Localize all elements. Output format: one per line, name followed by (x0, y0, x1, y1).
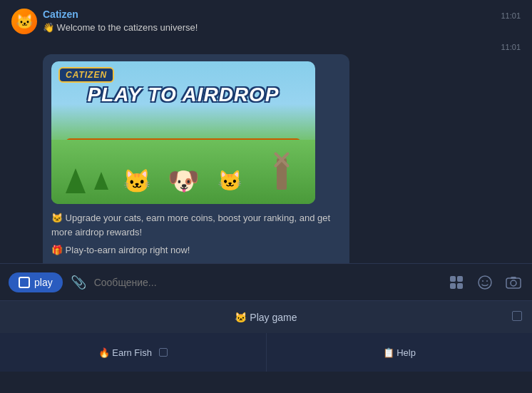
input-area: play 📎 (0, 263, 532, 300)
welcome-message: 👋 Welcome to the catizens universe! (43, 21, 495, 34)
timestamp-1: 11:01 (501, 11, 521, 20)
earn-fish-label: 🔥 Earn Fish (98, 347, 152, 358)
cat-3: 🐱 (210, 161, 250, 200)
header-message-row: 🐱 Catizen 👋 Welcome to the catizens univ… (11, 9, 521, 34)
svg-point-4 (479, 276, 491, 289)
svg-rect-1 (457, 276, 463, 282)
banner-ground: 🐱 🐶 🐱 (51, 140, 315, 204)
camera-icon[interactable] (503, 272, 523, 292)
banner-logo: CATIZEN (58, 67, 114, 83)
bottom-panels: 🐱 Play game 🔥 Earn Fish 📋 Help (0, 300, 532, 393)
avatar: 🐱 (11, 9, 37, 34)
svg-point-6 (486, 280, 488, 282)
avatar-image: 🐱 (11, 9, 37, 34)
sender-name: Catizen (43, 9, 495, 20)
play-chip-icon (19, 277, 30, 288)
bubble-text-1: 🐱 Upgrade your cats, earn more coins, bo… (51, 211, 341, 239)
input-actions (446, 272, 523, 292)
panel-expand-icon (512, 311, 522, 321)
message-input[interactable] (94, 277, 439, 288)
help-button[interactable]: 📋 Help (267, 333, 533, 372)
svg-rect-3 (457, 283, 463, 289)
svg-point-5 (482, 280, 484, 282)
svg-point-8 (511, 280, 516, 286)
banner-title: PLAY TO AIRDROP (51, 84, 315, 106)
cat-area: 🐱 🐶 🐱 (51, 147, 315, 200)
bot-message-row: CATIZEN PLAY TO AIRDROP Upgrade Cats, Bo… (11, 54, 521, 298)
play-chip-label: play (34, 277, 53, 288)
svg-rect-2 (450, 283, 456, 289)
gift-text: 🎁 Play-to-earn airdrop right now! (51, 245, 341, 255)
message-content: Catizen 👋 Welcome to the catizens univer… (43, 9, 495, 34)
emoji-icon[interactable] (475, 272, 495, 292)
bot-bubble: CATIZEN PLAY TO AIRDROP Upgrade Cats, Bo… (43, 54, 349, 298)
cat-1: 🐱 (118, 161, 157, 200)
panel-play-game[interactable]: 🐱 Play game (0, 300, 532, 333)
game-banner: CATIZEN PLAY TO AIRDROP Upgrade Cats, Bo… (51, 61, 315, 204)
svg-rect-7 (506, 278, 521, 288)
earn-fish-expand-icon (159, 348, 168, 357)
panel-bottom: 🔥 Earn Fish 📋 Help (0, 333, 532, 372)
cat-2: 🐶 (164, 161, 203, 200)
svg-rect-9 (511, 277, 516, 279)
timestamp-2: 11:01 (501, 43, 521, 51)
earn-fish-button[interactable]: 🔥 Earn Fish (0, 333, 267, 372)
apps-icon[interactable] (446, 272, 466, 292)
panel-play-game-label: 🐱 Play game (235, 312, 297, 323)
timestamp-row: 11:01 (11, 40, 521, 51)
play-chip[interactable]: play (9, 272, 63, 292)
attachment-icon[interactable]: 📎 (70, 274, 87, 291)
svg-rect-0 (450, 276, 456, 282)
help-label: 📋 Help (383, 347, 416, 358)
chat-area: 🐱 Catizen 👋 Welcome to the catizens univ… (0, 0, 532, 300)
